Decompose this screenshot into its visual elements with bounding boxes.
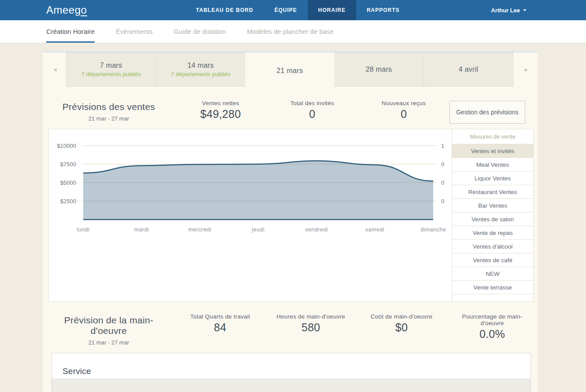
sales-forecast-title: Prévisions des ventes bbox=[43, 102, 175, 112]
sales-forecast-title-block: Prévisions des ventes 21 mar - 27 mar bbox=[43, 100, 175, 122]
svg-text:mardi: mardi bbox=[134, 227, 149, 233]
measure-item-ventes-de-caf[interactable]: Ventes de café bbox=[452, 253, 533, 267]
app-logo[interactable]: Ameego bbox=[46, 0, 87, 20]
labor-forecast-header: Prévision de la main-d'oeuvre 21 mar - 2… bbox=[43, 302, 538, 346]
measure-item-new[interactable]: NEW bbox=[452, 267, 533, 281]
chevron-down-icon bbox=[523, 9, 527, 11]
measure-item-vente-de-repas[interactable]: Vente de repas bbox=[452, 226, 533, 240]
app-logo-text: Ameego bbox=[46, 4, 87, 16]
week-tab-28-mars[interactable]: 28 mars bbox=[334, 52, 424, 87]
sales-chart-card: $2500$5000$7500$100001000lundimardimercr… bbox=[48, 129, 534, 302]
stat-co-t-de-main-d-oeuvre: Coût de main-d'oeuvre$0 bbox=[356, 313, 447, 341]
sales-button-column: Gestion des prévisions bbox=[450, 100, 538, 124]
svg-text:vendredi: vendredi bbox=[305, 227, 328, 233]
week-tab-label: 28 mars bbox=[365, 66, 392, 73]
secondary-nav: Création HoraireÉvénementsGuide de dotat… bbox=[0, 20, 586, 43]
labor-forecast-title-block: Prévision de la main-d'oeuvre 21 mar - 2… bbox=[43, 313, 175, 346]
stat-label: Total Quarts de travail bbox=[175, 313, 265, 320]
nav-item-horaire[interactable]: HORAIRE bbox=[308, 0, 356, 20]
week-tab-bar: ◂ 7 mars7 départements publiés14 mars7 d… bbox=[43, 52, 538, 87]
nav-item-quipe[interactable]: ÉQUIPE bbox=[264, 0, 307, 20]
svg-text:$5000: $5000 bbox=[60, 180, 76, 186]
labor-stats: Total Quarts de travail84Heures de main-… bbox=[175, 313, 538, 341]
measure-item-ventes-de-salon[interactable]: Ventes de salon bbox=[452, 212, 533, 226]
service-card: Service bbox=[52, 353, 531, 392]
stat-label: Heures de main-d'oeuvre bbox=[265, 313, 356, 320]
subnav-item-cr-ation-horaire[interactable]: Création Horaire bbox=[46, 20, 95, 43]
subnav-item-mod-les-de-plancher-de-base[interactable]: Modèles de plancher de base bbox=[247, 20, 334, 43]
svg-text:mercredi: mercredi bbox=[188, 227, 212, 233]
stat-nouveaux-re-us: Nouveaux reçus0 bbox=[358, 100, 450, 121]
stat-total-quarts-de-travail: Total Quarts de travail84 bbox=[175, 313, 265, 341]
sales-stats: Ventes nettes$49,280Total des invités0No… bbox=[175, 100, 450, 121]
week-tab-label: 4 avril bbox=[458, 66, 478, 73]
sales-measures-menu: Mesures de vente Ventes et invitésMeal V… bbox=[452, 129, 533, 301]
stat-label: Coût de main-d'oeuvre bbox=[356, 313, 447, 320]
week-tab-label: 14 mars bbox=[188, 62, 214, 70]
stat-value: 0 bbox=[266, 108, 358, 121]
measure-item-liquor-ventes[interactable]: Liquor Ventes bbox=[452, 172, 533, 185]
prev-week-icon[interactable]: ◂ bbox=[53, 64, 57, 75]
svg-text:1: 1 bbox=[441, 143, 444, 149]
primary-nav: TABLEAU DE BORDÉQUIPEHORAIRERAPPORTS bbox=[104, 0, 491, 20]
svg-text:dimanche: dimanche bbox=[420, 227, 446, 233]
stat-label: Total des invités bbox=[266, 100, 358, 106]
measure-item-restaurant-ventes[interactable]: Restaurant Ventes bbox=[452, 185, 533, 199]
stat-label: Nouveaux reçus bbox=[358, 100, 450, 106]
measures-menu-header: Mesures de vente bbox=[452, 129, 533, 144]
sales-forecast-header: Prévisions des ventes 21 mar - 27 mar Ve… bbox=[43, 87, 538, 124]
stat-value: $0 bbox=[356, 321, 447, 334]
week-tab-21-mars[interactable]: 21 mars bbox=[245, 52, 334, 89]
stat-value: 0 bbox=[358, 108, 450, 121]
stat-value: 580 bbox=[265, 321, 356, 334]
week-tab-published-status: 7 départements publiés bbox=[171, 71, 230, 77]
user-name: Arthur Lee bbox=[491, 7, 520, 14]
measure-item-meal-ventes[interactable]: Meal Ventes bbox=[452, 158, 533, 172]
stat-value: $49,280 bbox=[175, 108, 266, 121]
labor-forecast-title: Prévision de la main-d'oeuvre bbox=[62, 315, 156, 336]
user-menu[interactable]: Arthur Lee bbox=[491, 0, 527, 20]
measure-item-bar-ventes[interactable]: Bar Ventes bbox=[452, 199, 533, 212]
week-tab-7-mars[interactable]: 7 mars7 départements publiés bbox=[66, 52, 156, 87]
svg-text:$10000: $10000 bbox=[57, 143, 76, 149]
svg-text:jeudi: jeudi bbox=[251, 227, 265, 233]
svg-text:samedi: samedi bbox=[365, 227, 384, 233]
main-panel: ◂ 7 mars7 départements publiés14 mars7 d… bbox=[43, 51, 538, 392]
measure-item-vente-terrasse[interactable]: Vente terrasse bbox=[452, 281, 533, 294]
week-tab-4-avril[interactable]: 4 avril bbox=[424, 52, 513, 87]
sales-forecast-range: 21 mar - 27 mar bbox=[43, 115, 175, 122]
stat-total-des-invit-s: Total des invités0 bbox=[266, 100, 358, 121]
stat-ventes-nettes: Ventes nettes$49,280 bbox=[175, 100, 266, 121]
top-nav: Ameego TABLEAU DE BORDÉQUIPEHORAIRERAPPO… bbox=[0, 0, 586, 20]
stat-value: 84 bbox=[175, 321, 265, 334]
stat-pourcentage-de-main-d-oeuvre: Pourcentage de main-d'oeuvre0.0% bbox=[447, 313, 538, 341]
measures-menu-items: Ventes et invitésMeal VentesLiquor Vente… bbox=[452, 144, 533, 294]
svg-text:lundi: lundi bbox=[77, 227, 90, 233]
nav-item-rapports[interactable]: RAPPORTS bbox=[356, 0, 410, 20]
nav-item-tableau-de-bord[interactable]: TABLEAU DE BORD bbox=[185, 0, 264, 20]
next-week-icon[interactable]: ▸ bbox=[524, 64, 528, 75]
sales-area-chart: $2500$5000$7500$100001000lundimardimercr… bbox=[49, 129, 453, 301]
svg-text:0: 0 bbox=[441, 161, 444, 168]
service-table-header-strip bbox=[52, 378, 531, 392]
week-tabs: 7 mars7 départements publiés14 mars7 dép… bbox=[66, 52, 513, 89]
subnav-item-guide-de-dotation[interactable]: Guide de dotation bbox=[173, 20, 225, 43]
svg-text:0: 0 bbox=[441, 198, 444, 205]
week-tab-14-mars[interactable]: 14 mars7 départements publiés bbox=[155, 52, 245, 87]
measure-item-ventes-et-invit-s[interactable]: Ventes et invités bbox=[452, 144, 533, 158]
week-tab-label: 21 mars bbox=[276, 67, 303, 75]
labor-forecast-range: 21 mar - 27 mar bbox=[43, 339, 175, 346]
subnav-item-v-nements[interactable]: Événements bbox=[116, 20, 152, 43]
svg-text:0: 0 bbox=[441, 180, 444, 186]
svg-text:$2500: $2500 bbox=[60, 198, 76, 205]
svg-text:$7500: $7500 bbox=[60, 161, 76, 168]
service-title: Service bbox=[52, 353, 531, 376]
measure-item-ventes-d-alcool[interactable]: Ventes d'alcool bbox=[452, 240, 533, 253]
manage-forecasts-button[interactable]: Gestion des prévisions bbox=[450, 101, 525, 124]
stat-label: Ventes nettes bbox=[175, 100, 266, 106]
week-tab-published-status: 7 départements publiés bbox=[81, 71, 141, 77]
stat-heures-de-main-d-oeuvre: Heures de main-d'oeuvre580 bbox=[265, 313, 356, 341]
week-tab-label: 7 mars bbox=[100, 62, 122, 70]
stat-label: Pourcentage de main-d'oeuvre bbox=[454, 313, 531, 326]
stat-value: 0.0% bbox=[447, 328, 538, 341]
